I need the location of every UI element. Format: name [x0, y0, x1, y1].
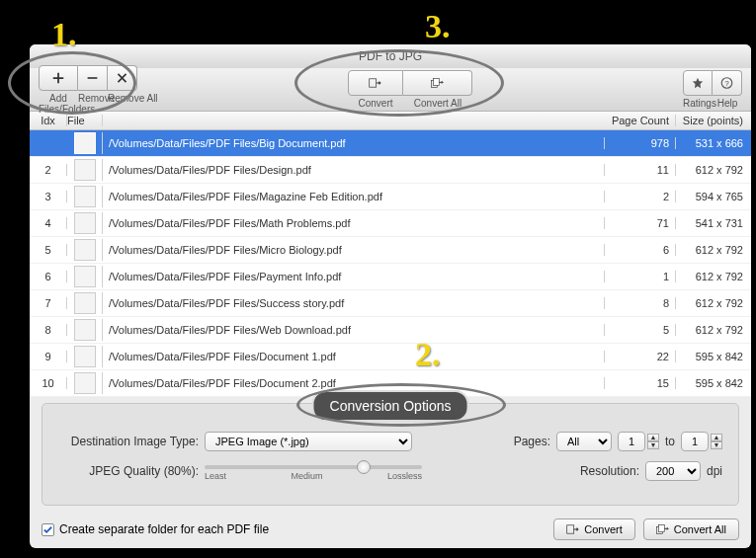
toolbar: Add Files/Folders Remove Remove All Conv…	[30, 68, 751, 112]
row-thumbnail	[67, 132, 103, 154]
slider-lossless: Lossless	[387, 471, 422, 481]
table-row[interactable]: 8/Volumes/Data/Files/PDF Files/Web Downl…	[30, 317, 751, 344]
svg-rect-8	[658, 525, 664, 532]
table-row[interactable]: 9/Volumes/Data/Files/PDF Files/Document …	[30, 344, 751, 370]
resolution-select[interactable]: 200	[645, 461, 701, 481]
convert-all-label: Convert All	[403, 98, 472, 109]
svg-rect-6	[567, 525, 574, 533]
row-index: 8	[30, 324, 67, 336]
row-size: 612 x 792	[676, 271, 751, 282]
row-pages: 8	[605, 297, 676, 309]
row-pages: 1	[605, 271, 676, 282]
app-window: PDF to JPG Add Files/Folders Remove Remo…	[30, 44, 751, 548]
file-list: /Volumes/Data/Files/PDF Files/Big Docume…	[30, 130, 751, 397]
remove-label: Remove	[78, 93, 108, 115]
row-pages: 978	[605, 137, 676, 149]
table-row[interactable]: 7/Volumes/Data/Files/PDF Files/Success s…	[30, 290, 751, 317]
row-index: 5	[30, 244, 67, 256]
col-file[interactable]: File	[67, 115, 103, 126]
convert-all-icon	[431, 76, 445, 90]
convert-label: Convert	[348, 98, 403, 109]
remove-all-button[interactable]	[108, 65, 137, 91]
row-pages: 6	[605, 244, 676, 256]
pages-to-label: to	[665, 435, 675, 448]
convert-icon	[566, 523, 580, 535]
conversion-options-panel: Conversion Options Destination Image Typ…	[42, 403, 739, 506]
row-thumbnail	[67, 212, 103, 234]
footer-convert-label: Convert	[584, 523, 623, 535]
footer-convert-all-label: Convert All	[674, 523, 726, 535]
add-files-button[interactable]	[39, 65, 78, 91]
svg-rect-0	[88, 77, 98, 79]
slider-knob[interactable]	[357, 460, 371, 474]
separate-folder-label: Create separate folder for each PDF file	[59, 522, 269, 536]
up-arrow-icon[interactable]: ▲	[711, 434, 722, 441]
row-size: 612 x 792	[676, 164, 751, 176]
row-thumbnail	[67, 319, 103, 341]
row-pages: 15	[605, 377, 676, 389]
footer: Create separate folder for each PDF file…	[42, 518, 739, 540]
slider-medium: Medium	[292, 471, 323, 481]
dest-type-select[interactable]: JPEG Image (*.jpg)	[205, 432, 412, 451]
pages-to-stepper[interactable]: ▲▼	[681, 432, 722, 451]
col-pages[interactable]: Page Count	[605, 115, 676, 126]
pages-to-input[interactable]	[681, 432, 709, 451]
svg-rect-3	[433, 79, 439, 86]
row-thumbnail	[67, 292, 103, 314]
pages-label: Pages:	[514, 435, 550, 448]
help-label: Help	[713, 98, 742, 109]
pages-from-input[interactable]	[618, 432, 645, 451]
quality-slider[interactable]	[205, 465, 422, 469]
convert-button[interactable]	[348, 70, 403, 96]
row-path: /Volumes/Data/Files/PDF Files/Document 2…	[103, 377, 605, 389]
row-pages: 5	[605, 324, 676, 336]
table-row[interactable]: 3/Volumes/Data/Files/PDF Files/Magazine …	[30, 184, 751, 210]
remove-all-label: Remove All	[108, 93, 137, 115]
row-path: /Volumes/Data/Files/PDF Files/Magazine F…	[103, 191, 605, 202]
minus-icon	[86, 71, 99, 85]
row-path: /Volumes/Data/Files/PDF Files/Document 1…	[103, 351, 605, 362]
table-header: Idx File Page Count Size (points)	[30, 112, 751, 130]
table-row[interactable]: 5/Volumes/Data/Files/PDF Files/Micro Bio…	[30, 237, 751, 264]
pages-select[interactable]: All	[556, 432, 612, 451]
row-pages: 11	[605, 164, 676, 176]
row-path: /Volumes/Data/Files/PDF Files/Design.pdf	[103, 164, 605, 176]
table-row[interactable]: 6/Volumes/Data/Files/PDF Files/Payment I…	[30, 264, 751, 290]
row-path: /Volumes/Data/Files/PDF Files/Success st…	[103, 297, 605, 309]
resolution-unit: dpi	[707, 464, 722, 478]
row-path: /Volumes/Data/Files/PDF Files/Micro Biol…	[103, 244, 605, 256]
resolution-label: Resolution:	[580, 464, 639, 478]
col-index[interactable]: Idx	[30, 115, 67, 126]
help-button[interactable]: ?	[713, 70, 742, 96]
row-path: /Volumes/Data/Files/PDF Files/Web Downlo…	[103, 324, 605, 336]
table-row[interactable]: /Volumes/Data/Files/PDF Files/Big Docume…	[30, 130, 751, 157]
footer-convert-button[interactable]: Convert	[553, 518, 635, 540]
panel-title: Conversion Options	[312, 390, 469, 422]
footer-convert-all-button[interactable]: Convert All	[643, 518, 739, 540]
row-thumbnail	[67, 159, 103, 181]
table-row[interactable]: 4/Volumes/Data/Files/PDF Files/Math Prob…	[30, 210, 751, 237]
row-thumbnail	[67, 239, 103, 261]
row-size: 594 x 765	[676, 191, 751, 202]
pages-from-stepper[interactable]: ▲▼	[618, 432, 659, 451]
separate-folder-checkbox[interactable]	[42, 523, 54, 536]
down-arrow-icon[interactable]: ▼	[711, 441, 722, 449]
question-icon: ?	[720, 76, 733, 90]
window-title: PDF to JPG	[359, 49, 422, 63]
table-row[interactable]: 2/Volumes/Data/Files/PDF Files/Design.pd…	[30, 157, 751, 184]
down-arrow-icon[interactable]: ▼	[647, 441, 659, 449]
row-path: /Volumes/Data/Files/PDF Files/Payment In…	[103, 271, 605, 282]
row-index: 9	[30, 351, 67, 362]
row-size: 595 x 842	[676, 351, 751, 362]
convert-all-button[interactable]	[403, 70, 472, 96]
row-index: 10	[30, 377, 67, 389]
ratings-button[interactable]	[683, 70, 713, 96]
row-size: 612 x 792	[676, 244, 751, 256]
col-size[interactable]: Size (points)	[676, 115, 751, 126]
up-arrow-icon[interactable]: ▲	[647, 434, 659, 441]
x-icon	[116, 71, 128, 85]
row-index: 7	[30, 297, 67, 309]
remove-button[interactable]	[78, 65, 108, 91]
row-pages: 71	[605, 217, 676, 229]
row-path: /Volumes/Data/Files/PDF Files/Big Docume…	[103, 137, 605, 149]
